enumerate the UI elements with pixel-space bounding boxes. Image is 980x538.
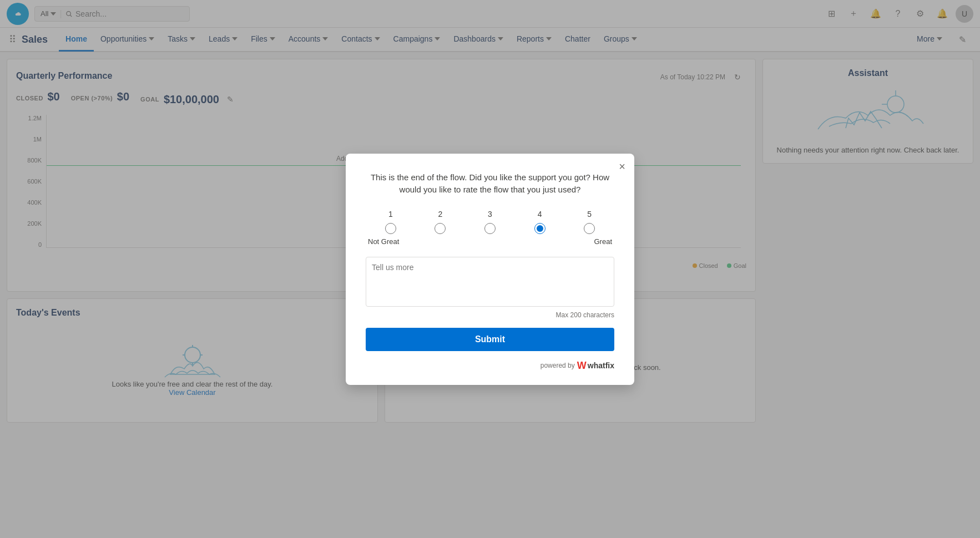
- submit-button[interactable]: Submit: [366, 328, 614, 351]
- powered-by: powered by W whatfix: [366, 360, 614, 372]
- radio-4[interactable]: [534, 223, 545, 234]
- radio-5[interactable]: [584, 223, 595, 234]
- radio-wrap-2: [423, 223, 457, 234]
- radio-wrap-1: [374, 223, 407, 234]
- modal-close-button[interactable]: ×: [619, 160, 625, 173]
- radio-buttons-row: [366, 223, 614, 234]
- rating-num-3: 3: [473, 210, 507, 219]
- rating-numbers-row: 1 2 3 4 5: [366, 210, 614, 219]
- modal-overlay: × This is the end of the flow. Did you l…: [0, 0, 980, 538]
- label-great: Great: [594, 237, 612, 246]
- radio-1[interactable]: [385, 223, 396, 234]
- radio-2[interactable]: [435, 223, 446, 234]
- rating-num-5: 5: [573, 210, 606, 219]
- feedback-textarea[interactable]: [366, 257, 614, 307]
- rating-num-1: 1: [374, 210, 407, 219]
- radio-wrap-4: [523, 223, 557, 234]
- radio-wrap-5: [573, 223, 606, 234]
- modal-question-text: This is the end of the flow. Did you lik…: [366, 171, 614, 196]
- whatfix-logo: W whatfix: [577, 360, 614, 372]
- char-limit-text: Max 200 characters: [366, 311, 614, 319]
- rating-num-4: 4: [523, 210, 557, 219]
- rating-labels-row: Not Great Great: [366, 237, 614, 246]
- label-not-great: Not Great: [368, 237, 399, 246]
- rating-num-2: 2: [423, 210, 457, 219]
- rating-modal: × This is the end of the flow. Did you l…: [346, 154, 634, 385]
- radio-wrap-3: [473, 223, 507, 234]
- radio-3[interactable]: [484, 223, 496, 234]
